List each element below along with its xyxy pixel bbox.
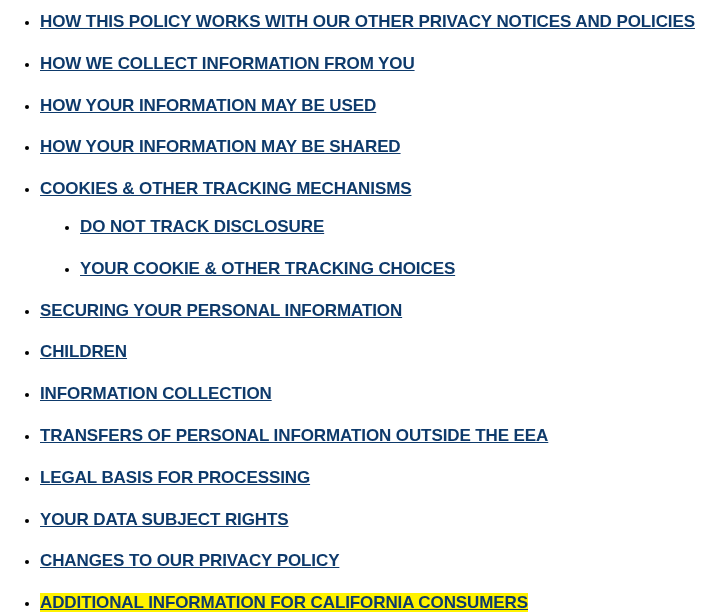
toc-item: HOW WE COLLECT INFORMATION FROM YOU [40,52,716,76]
link-legal-basis[interactable]: LEGAL BASIS FOR PROCESSING [40,468,310,487]
toc-item: TRANSFERS OF PERSONAL INFORMATION OUTSID… [40,424,716,448]
link-how-this-policy-works[interactable]: HOW THIS POLICY WORKS WITH OUR OTHER PRI… [40,12,695,31]
link-changes[interactable]: CHANGES TO OUR PRIVACY POLICY [40,551,339,570]
link-cookie-choices[interactable]: YOUR COOKIE & OTHER TRACKING CHOICES [80,259,455,278]
toc-item: YOUR COOKIE & OTHER TRACKING CHOICES [80,257,716,281]
link-children[interactable]: CHILDREN [40,342,127,361]
toc-sublist: DO NOT TRACK DISCLOSUREYOUR COOKIE & OTH… [40,215,716,281]
link-cookies[interactable]: COOKIES & OTHER TRACKING MECHANISMS [40,179,411,198]
link-info-collection[interactable]: INFORMATION COLLECTION [40,384,272,403]
link-how-we-collect[interactable]: HOW WE COLLECT INFORMATION FROM YOU [40,54,415,73]
link-do-not-track[interactable]: DO NOT TRACK DISCLOSURE [80,217,324,236]
toc-item: SECURING YOUR PERSONAL INFORMATION [40,299,716,323]
link-how-info-shared[interactable]: HOW YOUR INFORMATION MAY BE SHARED [40,137,401,156]
link-transfers-eea[interactable]: TRANSFERS OF PERSONAL INFORMATION OUTSID… [40,426,548,445]
table-of-contents: HOW THIS POLICY WORKS WITH OUR OTHER PRI… [0,10,716,613]
toc-item: YOUR DATA SUBJECT RIGHTS [40,508,716,532]
link-how-info-used[interactable]: HOW YOUR INFORMATION MAY BE USED [40,96,376,115]
link-data-subject-rights[interactable]: YOUR DATA SUBJECT RIGHTS [40,510,289,529]
toc-item: LEGAL BASIS FOR PROCESSING [40,466,716,490]
toc-item: CHANGES TO OUR PRIVACY POLICY [40,549,716,573]
toc-item: HOW YOUR INFORMATION MAY BE USED [40,94,716,118]
toc-item: DO NOT TRACK DISCLOSURE [80,215,716,239]
toc-item: COOKIES & OTHER TRACKING MECHANISMSDO NO… [40,177,716,280]
toc-item: HOW YOUR INFORMATION MAY BE SHARED [40,135,716,159]
toc-item: INFORMATION COLLECTION [40,382,716,406]
toc-item: CHILDREN [40,340,716,364]
link-securing[interactable]: SECURING YOUR PERSONAL INFORMATION [40,301,402,320]
toc-item: HOW THIS POLICY WORKS WITH OUR OTHER PRI… [40,10,716,34]
toc-item: ADDITIONAL INFORMATION FOR CALIFORNIA CO… [40,591,716,613]
link-california[interactable]: ADDITIONAL INFORMATION FOR CALIFORNIA CO… [40,593,528,612]
